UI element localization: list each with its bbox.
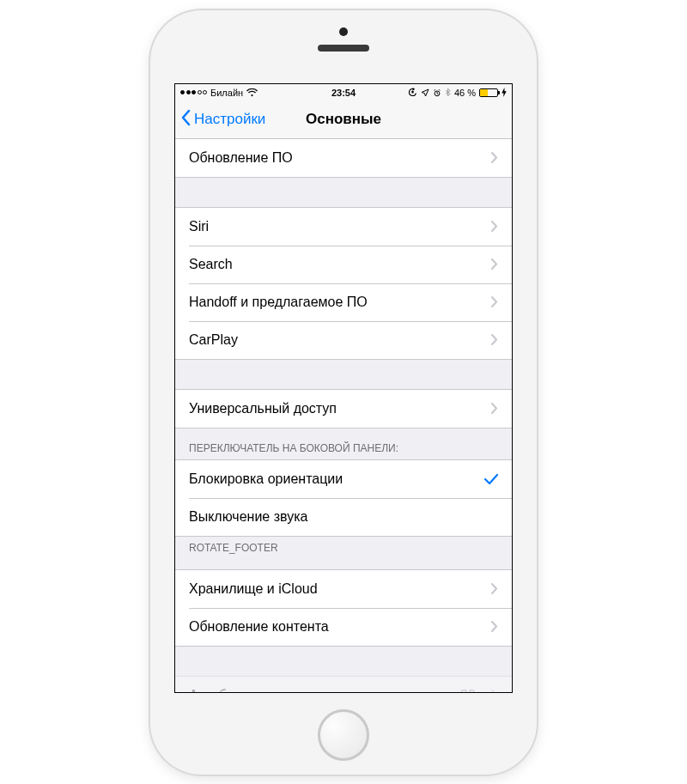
row-storage-icloud[interactable]: Хранилище и iCloud <box>175 570 512 608</box>
row-lock-rotation[interactable]: Блокировка ориентации <box>175 460 512 498</box>
status-bar-time: 23:54 <box>331 88 356 98</box>
device-screen: Билайн 23:54 46 % <box>174 83 513 693</box>
row-label: CarPlay <box>189 332 491 348</box>
chevron-right-icon <box>491 221 498 232</box>
row-mute[interactable]: Выключение звука <box>175 498 512 536</box>
back-button[interactable]: Настройки <box>175 109 265 131</box>
row-label: Обновление контента <box>189 619 491 635</box>
navigation-bar: Настройки Основные <box>175 101 512 139</box>
row-accessibility[interactable]: Универсальный доступ <box>175 390 512 428</box>
row-label: Блокировка ориентации <box>189 471 484 487</box>
chevron-right-icon <box>491 258 498 270</box>
status-bar: Билайн 23:54 46 % <box>175 84 512 101</box>
row-label: Search <box>189 257 491 272</box>
chevron-right-icon <box>491 296 498 307</box>
rotation-lock-icon <box>408 88 417 97</box>
rotate-footer: ROTATE_FOOTER <box>175 537 512 562</box>
row-autolock[interactable]: Автоблокировка 30 с <box>175 677 512 692</box>
side-switch-header: ПЕРЕКЛЮЧАТЕЛЬ НА БОКОВОЙ ПАНЕЛИ: <box>175 428 512 459</box>
row-search[interactable]: Search <box>175 246 512 283</box>
chevron-left-icon <box>180 109 191 131</box>
location-icon <box>421 88 429 97</box>
battery-percent-label: 46 % <box>454 88 476 98</box>
row-label: Универсальный доступ <box>189 401 491 416</box>
status-bar-right: 46 % <box>356 88 507 98</box>
charging-icon <box>502 88 507 97</box>
settings-list[interactable]: Обновление ПО Siri Search Handoff и пред… <box>175 139 512 692</box>
cellular-signal-icon <box>180 90 207 94</box>
row-handoff[interactable]: Handoff и предлагаемое ПО <box>175 283 512 321</box>
chevron-right-icon <box>491 621 498 632</box>
status-bar-left: Билайн <box>180 88 331 98</box>
chevron-right-icon <box>491 152 498 163</box>
checkmark-icon <box>484 473 498 485</box>
row-value: 30 с <box>460 688 486 692</box>
group-software-update: Обновление ПО <box>175 139 512 178</box>
row-label: Хранилище и iCloud <box>189 581 491 597</box>
chevron-right-icon <box>491 690 498 692</box>
earpiece-speaker <box>318 45 369 52</box>
group-storage: Хранилище и iCloud Обновление контента <box>175 569 512 647</box>
front-camera <box>339 27 348 36</box>
bluetooth-icon <box>445 88 451 97</box>
wifi-icon <box>246 88 258 97</box>
row-carplay[interactable]: CarPlay <box>175 321 512 359</box>
group-accessibility: Универсальный доступ <box>175 389 512 428</box>
row-label: Автоблокировка <box>189 688 460 692</box>
row-label: Обновление ПО <box>189 150 491 166</box>
alarm-icon <box>433 88 441 97</box>
chevron-right-icon <box>491 583 498 594</box>
svg-rect-0 <box>411 91 413 94</box>
group-siri-search: Siri Search Handoff и предлагаемое ПО Ca… <box>175 207 512 360</box>
back-button-label: Настройки <box>194 111 265 128</box>
row-label: Выключение звука <box>189 509 498 525</box>
battery-icon <box>479 88 498 97</box>
home-button[interactable] <box>318 709 369 761</box>
row-label: Siri <box>189 219 491 234</box>
chevron-right-icon <box>491 334 498 345</box>
chevron-right-icon <box>491 403 498 414</box>
row-background-refresh[interactable]: Обновление контента <box>175 608 512 646</box>
carrier-label: Билайн <box>210 88 243 98</box>
iphone-device-frame: Билайн 23:54 46 % <box>150 10 537 775</box>
row-label: Handoff и предлагаемое ПО <box>189 295 491 310</box>
row-software-update[interactable]: Обновление ПО <box>175 139 512 177</box>
group-autolock: Автоблокировка 30 с <box>175 676 512 692</box>
row-siri[interactable]: Siri <box>175 208 512 246</box>
group-side-switch: Блокировка ориентации Выключение звука <box>175 459 512 537</box>
